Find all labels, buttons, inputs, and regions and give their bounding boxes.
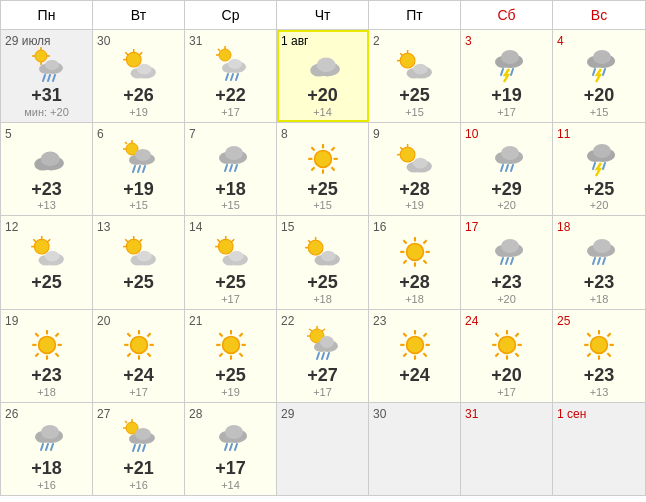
day-cell[interactable]: 15 +25+18 [277,216,369,308]
temp-main: +23 [584,366,615,386]
header-day-Пн: Пн [1,1,93,29]
svg-line-209 [607,353,610,356]
temp-night: +15 [221,199,240,211]
svg-point-68 [314,150,331,167]
day-cell[interactable]: 27 +21+16 [93,403,185,495]
day-cell[interactable]: 30 [369,403,461,495]
svg-line-88 [506,165,508,171]
svg-line-215 [41,444,43,450]
day-cell[interactable]: 26 +18+16 [1,403,93,495]
day-number: 1 сен [557,407,586,421]
calendar: ПнВтСрЧтПтСбВс 29 июля +31мин: +2030 [0,0,646,496]
svg-line-133 [423,240,426,243]
day-cell[interactable]: 8 +25+15 [277,123,369,215]
temp-night: +18 [37,386,56,398]
svg-line-161 [127,333,130,336]
svg-line-106 [125,239,128,242]
day-cell[interactable]: 13 +25 [93,216,185,308]
day-cell[interactable]: 31 +22+17 [185,30,277,122]
svg-line-61 [143,166,145,172]
day-cell[interactable]: 22 +27+17 [277,310,369,402]
temp-main: +20 [307,86,338,106]
day-number: 9 [373,127,380,141]
svg-line-132 [423,260,426,263]
svg-line-65 [225,165,227,171]
svg-point-19 [219,49,231,61]
temp-main: +24 [123,366,154,386]
day-cell[interactable]: 10 +29+20 [461,123,553,215]
temp-main: +17 [215,459,246,479]
svg-line-210 [607,333,610,336]
day-number: 5 [5,127,12,141]
day-cell[interactable]: 31 [461,403,553,495]
temp-main: +23 [31,180,62,200]
temp-main: +25 [399,86,430,106]
svg-point-194 [498,336,515,353]
temp-main: +27 [307,366,338,386]
weather-icon [299,235,347,273]
svg-line-67 [235,165,237,171]
day-number: 24 [465,314,478,328]
day-cell[interactable]: 16 +28+18 [369,216,461,308]
day-cell[interactable]: 11 +25+20 [553,123,645,215]
temp-main: +19 [123,180,154,200]
svg-line-155 [35,353,38,356]
day-cell[interactable]: 2 +25+15 [369,30,461,122]
svg-line-190 [403,333,406,336]
svg-line-192 [423,333,426,336]
day-cell[interactable]: 30 +26+19 [93,30,185,122]
temp-main: +25 [215,366,246,386]
weather-icon [23,48,71,86]
day-cell[interactable]: 18 +23+18 [553,216,645,308]
svg-point-41 [501,50,519,64]
svg-line-93 [593,163,595,169]
day-cell[interactable]: 21 +25+19 [185,310,277,402]
day-number: 31 [189,34,202,48]
weather-icon [575,48,623,86]
day-cell[interactable]: 14 +25+17 [185,216,277,308]
day-cell[interactable]: 12 +25 [1,216,93,308]
day-cell[interactable]: 7 +18+15 [185,123,277,215]
day-cell[interactable]: 17 +23+20 [461,216,553,308]
temp-night: +17 [497,106,516,118]
temp-night: +16 [129,479,148,491]
day-cell[interactable]: 3 +19+17 [461,30,553,122]
svg-point-224 [135,428,151,440]
temp-main: +25 [215,273,246,293]
day-cell[interactable]: 20 +24+17 [93,310,185,402]
temp-main: +28 [399,273,430,293]
svg-line-74 [331,167,334,170]
svg-point-156 [130,336,147,353]
day-number: 10 [465,127,478,141]
header-day-Ср: Ср [185,1,277,29]
day-cell[interactable]: 9 +28+19 [369,123,461,215]
day-cell[interactable]: 6 +19+15 [93,123,185,215]
day-cell[interactable]: 28 +17+14 [185,403,277,495]
day-cell[interactable]: 29 июля +31мин: +20 [1,30,93,122]
day-cell[interactable]: 24 +20+17 [461,310,553,402]
day-cell[interactable]: 1 авг +20+14 [277,30,369,122]
temp-main: +19 [491,86,522,106]
svg-line-172 [239,333,242,336]
day-cell[interactable]: 1 сен [553,403,645,495]
day-cell[interactable]: 25 +23+13 [553,310,645,402]
day-number: 16 [373,220,386,234]
header-day-Чт: Чт [277,1,369,29]
svg-line-225 [133,445,135,451]
day-cell[interactable]: 29 [277,403,369,495]
header-day-Сб: Сб [461,1,553,29]
temp-main: +25 [31,273,62,293]
week-row-0: 29 июля +31мин: +2030 [1,30,645,123]
day-cell[interactable]: 19 +23+18 [1,310,93,402]
day-cell[interactable]: 5 +23+13 [1,123,93,215]
day-cell[interactable]: 4 +20+15 [553,30,645,122]
day-cell[interactable]: 23 +24 [369,310,461,402]
svg-point-92 [593,144,611,158]
weather-icon [115,48,163,86]
svg-line-170 [219,333,222,336]
svg-point-147 [38,336,55,353]
svg-line-60 [138,166,140,172]
day-number: 7 [189,127,196,141]
svg-point-58 [135,149,151,161]
weather-icon [391,328,439,366]
